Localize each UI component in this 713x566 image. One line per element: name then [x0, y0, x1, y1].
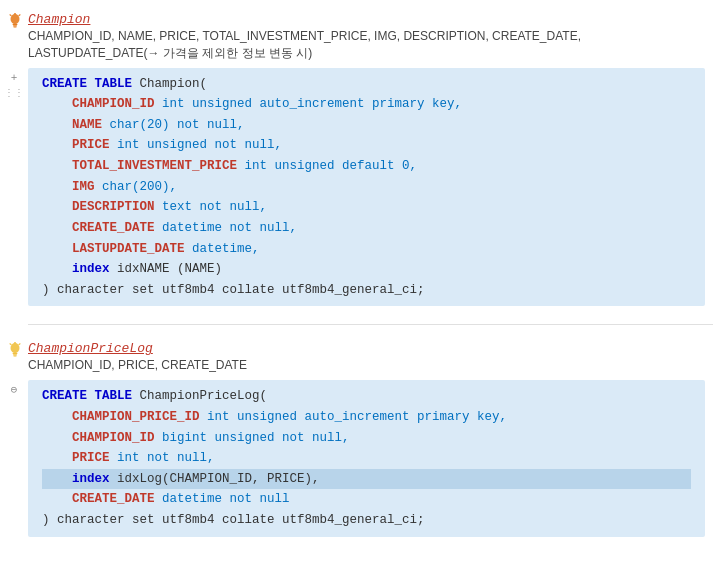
code-block[interactable]: CREATE TABLE ChampionPriceLog( CHAMPION_… — [28, 380, 705, 536]
code-token: datetime not null — [155, 492, 290, 506]
section-columns: CHAMPION_ID, NAME, PRICE, TOTAL_INVESTME… — [28, 28, 705, 62]
svg-line-6 — [10, 15, 11, 16]
svg-rect-8 — [13, 353, 18, 355]
code-line: CREATE TABLE Champion( — [42, 74, 691, 95]
code-line: CREATE TABLE ChampionPriceLog( — [42, 386, 691, 407]
code-line: CHAMPION_ID int unsigned auto_increment … — [42, 94, 691, 115]
code-token — [42, 451, 72, 465]
section-champion: ChampionCHAMPION_ID, NAME, PRICE, TOTAL_… — [0, 8, 713, 306]
code-token: Champion( — [140, 77, 208, 91]
code-token — [42, 242, 72, 256]
code-token: IMG — [72, 180, 95, 194]
code-line: LASTUPDATE_DATE datetime, — [42, 239, 691, 260]
code-line: ) character set utf8mb4 collate utf8mb4_… — [42, 510, 691, 531]
code-gutter: ⊖ — [0, 380, 28, 400]
code-line: DESCRIPTION text not null, — [42, 197, 691, 218]
code-line: NAME char(20) not null, — [42, 115, 691, 136]
code-token: CHAMPION_ID — [72, 97, 155, 111]
code-line: CHAMPION_ID bigint unsigned not null, — [42, 428, 691, 449]
code-token: CREATE_DATE — [72, 492, 155, 506]
code-token — [42, 431, 72, 445]
code-token: CREATE TABLE — [42, 389, 140, 403]
code-token — [42, 472, 72, 486]
code-token — [42, 221, 72, 235]
svg-rect-1 — [13, 24, 18, 26]
section-header: ChampionCHAMPION_ID, NAME, PRICE, TOTAL_… — [0, 8, 713, 64]
code-token — [42, 262, 72, 276]
code-token: index — [72, 472, 110, 486]
svg-rect-9 — [13, 355, 17, 356]
code-token: ) character set utf8mb4 collate utf8mb4_… — [42, 283, 425, 297]
code-token: LASTUPDATE_DATE — [72, 242, 185, 256]
code-line: ) character set utf8mb4 collate utf8mb4_… — [42, 280, 691, 301]
code-token — [42, 118, 72, 132]
code-line: TOTAL_INVESTMENT_PRICE int unsigned defa… — [42, 156, 691, 177]
code-token: DESCRIPTION — [72, 200, 155, 214]
section-columns: CHAMPION_ID, PRICE, CREATE_DATE — [28, 357, 247, 374]
code-token: char(20) not null, — [102, 118, 245, 132]
code-token: TOTAL_INVESTMENT_PRICE — [72, 159, 237, 173]
code-gutter: +⋮⋮ — [0, 68, 28, 102]
code-token: CREATE TABLE — [42, 77, 140, 91]
code-block-wrapper: ⊖CREATE TABLE ChampionPriceLog( CHAMPION… — [0, 380, 713, 536]
svg-rect-2 — [13, 25, 17, 26]
code-line: CREATE_DATE datetime not null, — [42, 218, 691, 239]
svg-point-0 — [11, 14, 20, 24]
code-token: CHAMPION_ID — [72, 431, 155, 445]
svg-line-12 — [19, 344, 20, 345]
code-token: int unsigned default 0, — [237, 159, 417, 173]
code-token: char(200), — [95, 180, 178, 194]
gutter-collapse-icon[interactable]: + — [11, 70, 18, 88]
gutter-collapse-icon[interactable]: ⊖ — [11, 382, 18, 400]
code-token: NAME — [72, 118, 102, 132]
code-token: index — [72, 262, 110, 276]
code-line: PRICE int not null, — [42, 448, 691, 469]
code-line: index idxNAME (NAME) — [42, 259, 691, 280]
section-title-block: ChampionCHAMPION_ID, NAME, PRICE, TOTAL_… — [28, 12, 705, 62]
code-line: IMG char(200), — [42, 177, 691, 198]
section-title[interactable]: Champion — [28, 12, 705, 27]
section-divider — [28, 324, 713, 325]
code-token: datetime, — [185, 242, 260, 256]
section-champion-price-log: ChampionPriceLogCHAMPION_ID, PRICE, CREA… — [0, 337, 713, 536]
code-block[interactable]: CREATE TABLE Champion( CHAMPION_ID int u… — [28, 68, 705, 307]
code-token — [42, 492, 72, 506]
code-block-wrapper: +⋮⋮CREATE TABLE Champion( CHAMPION_ID in… — [0, 68, 713, 307]
code-token: ) character set utf8mb4 collate utf8mb4_… — [42, 513, 425, 527]
code-token: CREATE_DATE — [72, 221, 155, 235]
code-line: PRICE int unsigned not null, — [42, 135, 691, 156]
code-token: idxLog(CHAMPION_ID, PRICE), — [110, 472, 320, 486]
code-token: int not null, — [110, 451, 215, 465]
code-line: CREATE_DATE datetime not null — [42, 489, 691, 510]
code-line: CHAMPION_PRICE_ID int unsigned auto_incr… — [42, 407, 691, 428]
code-token — [42, 180, 72, 194]
code-token: int unsigned not null, — [110, 138, 283, 152]
svg-rect-3 — [14, 27, 17, 28]
section-title[interactable]: ChampionPriceLog — [28, 341, 247, 356]
bulb-icon — [8, 13, 22, 33]
code-token — [42, 138, 72, 152]
code-token: PRICE — [72, 451, 110, 465]
code-token: int unsigned auto_increment primary key, — [155, 97, 463, 111]
code-token: text not null, — [155, 200, 268, 214]
svg-line-13 — [10, 344, 11, 345]
code-token — [42, 159, 72, 173]
section-header: ChampionPriceLogCHAMPION_ID, PRICE, CREA… — [0, 337, 713, 376]
code-token — [42, 200, 72, 214]
code-token: datetime not null, — [155, 221, 298, 235]
svg-rect-10 — [14, 356, 17, 357]
code-token: PRICE — [72, 138, 110, 152]
main-container: ChampionCHAMPION_ID, NAME, PRICE, TOTAL_… — [0, 0, 713, 563]
code-line: index idxLog(CHAMPION_ID, PRICE), — [42, 469, 691, 490]
svg-point-7 — [11, 343, 20, 353]
code-token: ChampionPriceLog( — [140, 389, 268, 403]
code-token — [42, 410, 72, 424]
section-title-block: ChampionPriceLogCHAMPION_ID, PRICE, CREA… — [28, 341, 247, 374]
bulb-icon — [8, 342, 22, 362]
code-token: CHAMPION_PRICE_ID — [72, 410, 200, 424]
code-token — [42, 97, 72, 111]
code-token: idxNAME (NAME) — [110, 262, 223, 276]
gutter-dots: ⋮⋮ — [4, 87, 24, 101]
code-token: bigint unsigned not null, — [155, 431, 350, 445]
code-token: int unsigned auto_increment primary key, — [200, 410, 508, 424]
